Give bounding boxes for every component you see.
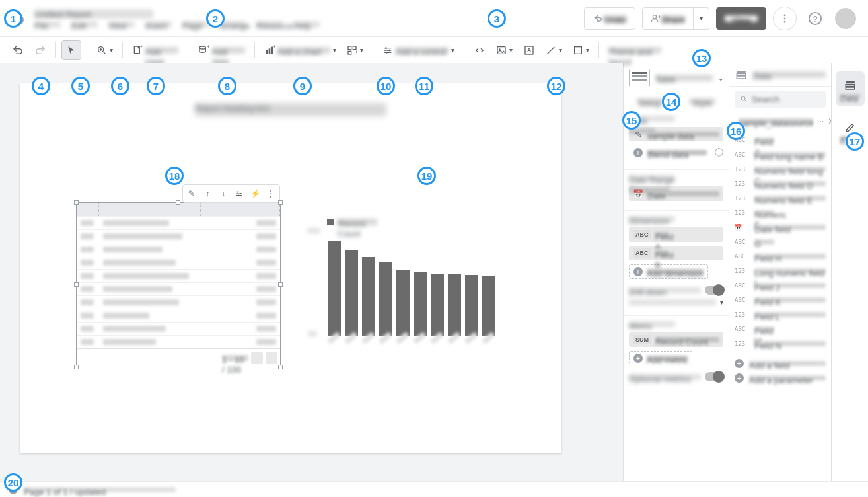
redo-button[interactable] [30,40,50,60]
line-button[interactable]: ▾ [542,40,566,60]
tab-style[interactable]: Style [676,93,729,110]
add-page-button[interactable]: +Add page [128,40,182,60]
table-row [77,322,280,335]
svg-rect-16 [348,46,351,50]
resize-handle[interactable] [74,365,79,369]
menu-page[interactable]: Page [182,21,209,28]
resize-handle[interactable] [74,200,79,205]
widget-edit-button[interactable]: ✎ [184,186,199,201]
widget-quick-button[interactable]: ⚡ [248,186,262,201]
add-dimension-button[interactable]: +Add dimension [629,264,708,279]
add-control-button[interactable]: Add a control▾ [379,40,458,60]
svg-rect-27 [575,46,582,54]
chevron-down-icon: ▾ [509,46,513,54]
view-button[interactable]: View [716,7,766,30]
table-chart-widget[interactable]: ✎ ↑ ↓ ⚡ ⋮ 1 - 10 / 100 [76,202,281,367]
chevron-down-icon: ▾ [360,46,363,54]
field-list-item[interactable]: ABCField K [735,293,826,307]
theme-button[interactable]: Theme and layout [604,40,665,60]
chevron-down-icon: ▾ [586,46,589,54]
field-list-item[interactable]: 123Numeric F [735,206,826,220]
menu-edit[interactable]: Edit [71,21,98,28]
annotation-callout-7: 7 [147,77,165,95]
field-type-badge: 123 [735,268,749,274]
menu-help[interactable]: Help [293,21,320,28]
share-dropdown-button[interactable]: ▾ [694,7,709,30]
field-list-item[interactable]: ABCField A [735,133,826,147]
field-list-item[interactable]: ABCField long name B [735,147,826,162]
add-chart-button[interactable]: +Add a chart▾ [260,40,340,60]
community-viz-button[interactable]: +▾ [343,40,367,60]
pager-prev-button[interactable] [251,352,263,364]
resize-handle[interactable] [74,282,79,287]
widget-down-button[interactable]: ↓ [216,186,231,201]
widget-settings-button[interactable] [232,186,246,201]
dimension-chip[interactable]: ABCField B [629,246,723,260]
search-text-input[interactable] [752,95,820,104]
help-button[interactable]: ? [803,7,827,30]
undo-button[interactable] [8,40,28,60]
resize-handle[interactable] [176,365,180,369]
field-list-item[interactable]: ABCField H [735,249,826,264]
metric-chip[interactable]: SUMRecord Count [629,332,723,347]
add-metric-button[interactable]: +Add metric [629,351,692,365]
resize-handle[interactable] [278,365,283,369]
more-options-button[interactable] [773,7,797,30]
annotation-callout-13: 13 [692,49,711,67]
resize-handle[interactable] [278,282,283,287]
svg-rect-12 [266,50,268,54]
blend-data-button[interactable]: +Blend data [629,145,711,160]
field-list-item[interactable]: 123Numeric field D [735,176,826,191]
canvas-wrapper[interactable]: Report heading text ✎ ↑ ↓ ⚡ ⋮ 1 - 10 / 1… [0,63,623,481]
add-parameter-button[interactable]: +Add a parameter [735,371,826,385]
add-data-button[interactable]: +Add data [194,40,249,60]
theme-label: Theme and layout [608,47,661,54]
share-button[interactable]: Share [642,7,694,30]
menu-view[interactable]: View [108,21,135,28]
add-field-button[interactable]: +Add a field [735,356,826,371]
url-embed-button[interactable] [470,40,489,60]
dimension-chip[interactable]: ABCField A [629,227,723,242]
field-list-item[interactable]: ABCField M [735,322,826,336]
optional-metrics-label: Optional metrics [629,374,701,380]
menu-insert[interactable]: Insert [145,21,172,28]
bar-chart-widget[interactable]: Record Count [307,219,505,346]
zoom-button[interactable]: ▾ [92,40,117,60]
table-row [77,243,280,256]
resize-handle[interactable] [176,200,180,205]
image-button[interactable]: ▾ [492,40,517,60]
toolbar: ▾ +Add page +Add data +Add a chart▾ +▾ A… [0,37,868,63]
menu-resource[interactable]: Resource [256,21,283,28]
field-list-item[interactable]: 123Field N [735,336,826,351]
select-tool-button[interactable] [61,40,81,60]
account-button[interactable] [834,7,857,30]
field-list-item[interactable]: 123Numeric field E [735,191,826,206]
menu-file[interactable]: File [34,21,61,28]
chart-type-selector[interactable]: Table ⌄ [624,63,729,93]
resize-handle[interactable] [278,200,283,205]
pager-next-button[interactable] [266,352,277,364]
help-icon[interactable]: ⓘ [715,147,723,159]
type-badge: ABC [633,230,651,239]
field-list-item[interactable]: ABCG [735,235,826,249]
drilldown-toggle[interactable] [705,286,723,295]
document-title[interactable]: Untitled Report [34,9,153,19]
shape-button[interactable]: ▾ [569,40,593,60]
field-type-badge: ABC [735,297,749,303]
field-list-item[interactable]: 📅Date field [735,220,826,235]
text-button[interactable]: A [519,40,539,60]
annotation-callout-9: 9 [293,77,312,95]
optional-metrics-toggle[interactable] [705,372,723,381]
widget-more-button[interactable]: ⋮ [264,186,278,201]
chevron-down-icon[interactable]: ▾ [720,299,723,306]
rail-data-button[interactable]: Data [836,71,865,106]
field-list-item[interactable]: 123Field L [735,307,826,322]
report-title-text[interactable]: Report heading text [195,103,386,116]
undo-header-button[interactable]: Undo [584,7,635,30]
widget-up-button[interactable]: ↑ [200,186,215,201]
chevron-down-icon: ▾ [700,15,703,22]
field-list-item[interactable]: ABCField J [735,278,826,293]
field-search-input[interactable] [735,91,826,108]
field-list-item[interactable]: 123Long numeric field I [735,264,826,278]
field-list-item[interactable]: 123Numeric field long C [735,162,826,176]
